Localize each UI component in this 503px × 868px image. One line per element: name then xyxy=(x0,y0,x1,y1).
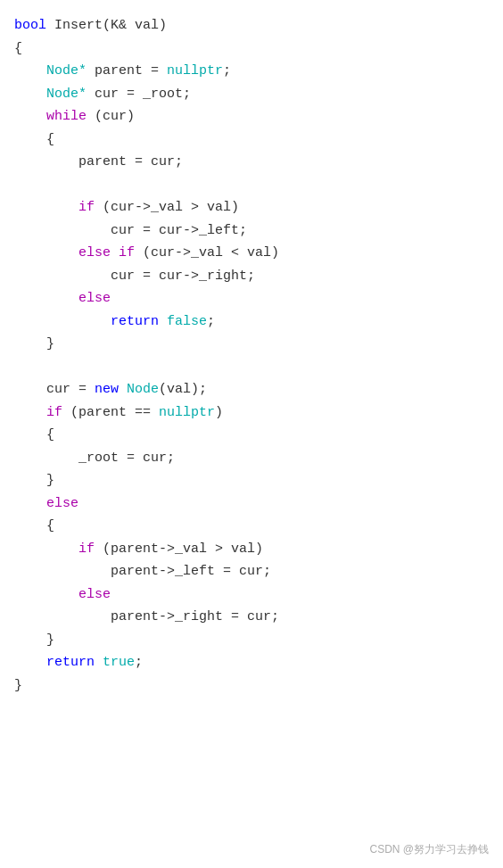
code-token: parent->_left = cur; xyxy=(14,564,271,579)
code-line: { xyxy=(14,424,489,447)
code-token: } xyxy=(14,632,54,648)
code-token: parent->_right = cur; xyxy=(14,609,279,624)
code-line: cur = new Node(val); xyxy=(14,378,489,401)
code-token: else xyxy=(78,291,111,306)
code-token: (cur) xyxy=(87,109,135,124)
code-token: bool xyxy=(14,18,46,33)
code-token xyxy=(14,405,46,420)
code-token: cur = xyxy=(14,382,95,397)
code-token: Node xyxy=(127,382,159,397)
code-token xyxy=(14,587,78,602)
code-line: _root = cur; xyxy=(14,447,489,470)
code-line: if (parent == nullptr) xyxy=(14,401,489,425)
code-token xyxy=(14,314,111,329)
code-token: return xyxy=(111,314,159,329)
code-token: new xyxy=(95,382,119,397)
code-token: (parent->_val > val) xyxy=(95,541,263,557)
code-token xyxy=(14,541,78,557)
code-token: ; xyxy=(223,63,231,79)
code-token: ; xyxy=(135,655,143,670)
code-token xyxy=(14,63,46,79)
code-line: } xyxy=(14,629,489,652)
code-token: } xyxy=(14,336,54,351)
code-token xyxy=(159,314,167,329)
code-token: { xyxy=(14,518,54,533)
code-line: } xyxy=(14,469,489,492)
code-token: (cur->_val < val) xyxy=(135,245,279,260)
code-token xyxy=(14,496,46,511)
code-token xyxy=(14,87,46,102)
code-line: bool Insert(K& val) xyxy=(14,14,489,37)
code-line: else xyxy=(14,287,489,310)
code-line: cur = cur->_right; xyxy=(14,265,489,288)
code-line: else xyxy=(14,583,489,607)
code-line: { xyxy=(14,37,489,61)
code-token: (val); xyxy=(159,382,207,397)
code-token: while xyxy=(46,109,87,124)
code-line: else xyxy=(14,492,489,516)
code-line: { xyxy=(14,128,489,152)
code-token: parent = xyxy=(87,63,167,79)
code-token xyxy=(14,291,78,306)
code-token: Insert(K& val) xyxy=(46,18,167,33)
code-line: { xyxy=(14,515,489,538)
code-token: cur = cur->_right; xyxy=(14,269,255,284)
code-line: else if (cur->_val < val) xyxy=(14,242,489,265)
code-token: cur = cur->_left; xyxy=(14,223,247,238)
code-token: return xyxy=(46,655,95,670)
code-line: return true; xyxy=(14,651,489,674)
code-block: bool Insert(K& val){ Node* parent = null… xyxy=(14,14,489,697)
code-token: (cur->_val > val) xyxy=(95,200,239,215)
code-token: nullptr xyxy=(167,63,223,79)
code-line: Node* cur = _root; xyxy=(14,83,489,106)
code-line: } xyxy=(14,333,489,356)
code-line: } xyxy=(14,674,489,698)
code-token: ) xyxy=(215,405,223,420)
code-token xyxy=(14,200,78,215)
code-line: if (parent->_val > val) xyxy=(14,538,489,561)
code-token: Node* xyxy=(46,87,87,102)
code-token xyxy=(119,382,127,397)
code-line: Node* parent = nullptr; xyxy=(14,60,489,83)
code-token: else if xyxy=(78,245,135,260)
watermark: CSDN @努力学习去挣钱 xyxy=(369,842,489,857)
code-line xyxy=(14,356,489,379)
code-token: cur = _root; xyxy=(87,87,191,102)
code-token: Node* xyxy=(46,63,87,79)
code-token xyxy=(14,109,46,124)
code-line: return false; xyxy=(14,310,489,334)
code-token xyxy=(95,655,103,670)
code-token: false xyxy=(167,314,207,329)
code-token: } xyxy=(14,678,22,693)
code-token: { xyxy=(14,41,22,56)
code-token xyxy=(14,655,46,670)
code-token: if xyxy=(78,541,95,557)
code-token: (parent == xyxy=(62,405,159,420)
code-token: parent = cur; xyxy=(14,154,183,169)
code-token xyxy=(14,245,78,260)
code-token: { xyxy=(14,427,54,442)
code-token: else xyxy=(78,587,111,602)
code-line: parent->_left = cur; xyxy=(14,560,489,583)
code-line xyxy=(14,174,489,197)
code-line: cur = cur->_left; xyxy=(14,219,489,243)
code-line: if (cur->_val > val) xyxy=(14,196,489,219)
code-line: parent = cur; xyxy=(14,151,489,174)
code-line: parent->_right = cur; xyxy=(14,606,489,629)
code-token: { xyxy=(14,132,54,147)
code-token: _root = cur; xyxy=(14,451,175,466)
code-container: bool Insert(K& val){ Node* parent = null… xyxy=(0,0,503,868)
code-line: while (cur) xyxy=(14,105,489,128)
code-token: if xyxy=(78,200,95,215)
code-token: nullptr xyxy=(159,405,215,420)
code-token: ; xyxy=(207,314,215,329)
code-token: else xyxy=(46,496,78,511)
code-token: true xyxy=(103,655,135,670)
code-token: if xyxy=(46,405,62,420)
code-token: } xyxy=(14,473,54,488)
